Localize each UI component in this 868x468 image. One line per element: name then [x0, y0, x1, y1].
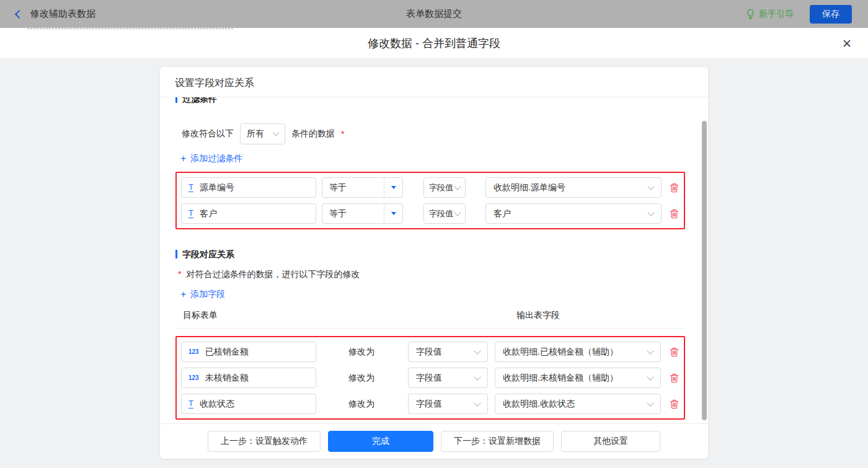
scrollbar-thumb[interactable] [702, 121, 707, 420]
match-suffix: 条件的数据 [291, 128, 335, 139]
filter-row: T 客户 等于 字段值 客户 [181, 203, 680, 224]
operator-select[interactable]: 等于 [322, 203, 403, 224]
guide-label: 新手引导 [759, 9, 794, 20]
modify-as-label: 修改为 [348, 399, 383, 410]
breadcrumb-underline [27, 29, 233, 29]
operator-select[interactable]: 等于 [322, 177, 403, 198]
operator-caret-zone[interactable] [384, 204, 402, 223]
back-button[interactable] [16, 11, 22, 17]
mapping-row: T 收款状态 修改为 字段值 收款明细.收款状态 [181, 394, 680, 414]
mapping-row: 123 未核销金额 修改为 字段值 收款明细.未核销金额（辅助） [181, 368, 680, 388]
value-type-select[interactable]: 字段值 [408, 368, 488, 388]
page-title: 表单数据提交 [0, 8, 868, 20]
save-button[interactable]: 保存 [810, 5, 852, 24]
match-mode-select[interactable]: 所有 [240, 123, 285, 144]
target-field-label: 收款状态 [200, 399, 234, 410]
modify-as-label: 修改为 [348, 347, 383, 358]
delete-row-button[interactable] [670, 347, 679, 357]
scroll-area[interactable]: 过滤条件 修改符合以下 所有 条件的数据 * + 添加过滤条件 [160, 97, 708, 423]
text-type-icon: T [188, 183, 193, 192]
filter-row: T 源单编号 等于 字段值 收款明细.源单编号 [181, 177, 680, 198]
mapping-rows-highlight: 123 已核销金额 修改为 字段值 收款明细.已核销金额（辅助） [175, 336, 685, 420]
filter-section-label: 过滤条件 [182, 97, 217, 105]
add-filter-link[interactable]: + 添加过滤条件 [180, 153, 242, 164]
value-type-label: 字段值 [429, 182, 453, 193]
mapping-desc-text: 对符合过滤条件的数据，进行以下字段的修改 [186, 269, 360, 280]
delete-row-button[interactable] [670, 399, 679, 409]
screen: 表单数据提交 修改辅助表数据 新手引导 保存 修改数据 - 合并到普通字段 ✕ [0, 0, 868, 468]
value-type-label: 字段值 [416, 373, 442, 384]
output-field-label: 收款明细.收款状态 [503, 399, 575, 410]
modify-as-label: 修改为 [348, 373, 383, 384]
trash-icon [670, 183, 679, 193]
chevron-down-icon [647, 373, 653, 380]
chevron-down-icon [647, 183, 654, 190]
chevron-left-icon [15, 9, 24, 18]
chevron-down-icon [474, 347, 480, 354]
section-bar-icon [175, 250, 177, 258]
value-type-label: 字段值 [416, 347, 442, 358]
operator-caret-zone[interactable] [384, 178, 402, 197]
delete-row-button[interactable] [670, 373, 679, 383]
delete-row-button[interactable] [670, 183, 679, 193]
trash-icon [670, 399, 679, 409]
mapping-row: 123 已核销金额 修改为 字段值 收款明细.已核销金额（辅助） [181, 342, 680, 362]
topbar-right: 新手引导 保存 [746, 5, 868, 24]
text-type-icon: T [188, 399, 193, 408]
target-field-label: 未核销金额 [205, 373, 249, 384]
chevron-down-icon [647, 209, 654, 216]
add-field-link[interactable]: + 添加字段 [180, 289, 225, 300]
value-type-select[interactable]: 字段值 [423, 177, 466, 198]
filter-field-input[interactable]: T 源单编号 [181, 177, 316, 198]
value-type-select[interactable]: 字段值 [408, 342, 488, 362]
number-type-icon: 123 [188, 349, 199, 355]
chevron-down-icon [474, 373, 480, 380]
prev-step-button[interactable]: 上一步：设置触发动作 [208, 431, 321, 452]
value-type-select[interactable]: 字段值 [423, 203, 466, 224]
topbar-left: 修改辅助表数据 [0, 8, 95, 20]
value-label: 客户 [494, 208, 511, 219]
required-mark: * [341, 129, 344, 139]
operator-value: 等于 [322, 204, 384, 223]
mapping-table-header: 目标表单 输出表字段 [175, 310, 685, 329]
value-type-label: 字段值 [416, 399, 442, 410]
topbar: 表单数据提交 修改辅助表数据 新手引导 保存 [0, 0, 868, 28]
add-filter-label: 添加过滤条件 [190, 153, 242, 164]
add-field-label: 添加字段 [190, 289, 225, 300]
breadcrumb: 修改辅助表数据 [30, 8, 95, 20]
output-field-select[interactable]: 收款明细.收款状态 [495, 394, 661, 414]
mapping-section-title: 字段对应关系 [175, 248, 708, 260]
output-field-select[interactable]: 收款明细.未核销金额（辅助） [495, 368, 661, 388]
guide-link[interactable]: 新手引导 [746, 9, 794, 20]
operator-value: 等于 [322, 178, 384, 197]
match-mode-value: 所有 [247, 128, 264, 139]
done-button[interactable]: 完成 [328, 431, 433, 452]
close-icon[interactable]: ✕ [842, 37, 852, 49]
filter-field-label: 源单编号 [200, 182, 234, 193]
trash-icon [670, 373, 679, 383]
target-field-input[interactable]: 123 已核销金额 [181, 342, 316, 362]
trash-icon [670, 209, 679, 219]
output-field-select[interactable]: 收款明细.已核销金额（辅助） [495, 342, 661, 362]
chevron-down-icon [474, 399, 480, 406]
chevron-down-icon [647, 399, 653, 406]
trash-icon [670, 347, 679, 357]
target-field-input[interactable]: 123 未核销金额 [181, 368, 316, 388]
modal-body: 设置字段对应关系 过滤条件 修改符合以下 所有 条件的数据 * [0, 67, 868, 468]
value-select[interactable]: 收款明细.源单编号 [485, 177, 662, 198]
value-type-select[interactable]: 字段值 [408, 394, 488, 414]
column-output-field: 输出表字段 [516, 310, 560, 321]
other-settings-button[interactable]: 其他设置 [561, 431, 660, 452]
section-bar-icon [175, 97, 177, 103]
value-select[interactable]: 客户 [485, 203, 662, 224]
chevron-down-icon [272, 129, 279, 136]
filter-section-title: 过滤条件 [175, 97, 708, 105]
next-step-button[interactable]: 下一步：设置新增数据 [441, 431, 554, 452]
filter-field-input[interactable]: T 客户 [181, 203, 316, 224]
target-field-label: 已核销金额 [205, 347, 249, 358]
delete-row-button[interactable] [670, 209, 679, 219]
target-field-input[interactable]: T 收款状态 [181, 394, 316, 414]
card-title: 设置字段对应关系 [160, 67, 708, 97]
match-condition-line: 修改符合以下 所有 条件的数据 * [182, 123, 708, 144]
required-mark: * [178, 269, 181, 279]
